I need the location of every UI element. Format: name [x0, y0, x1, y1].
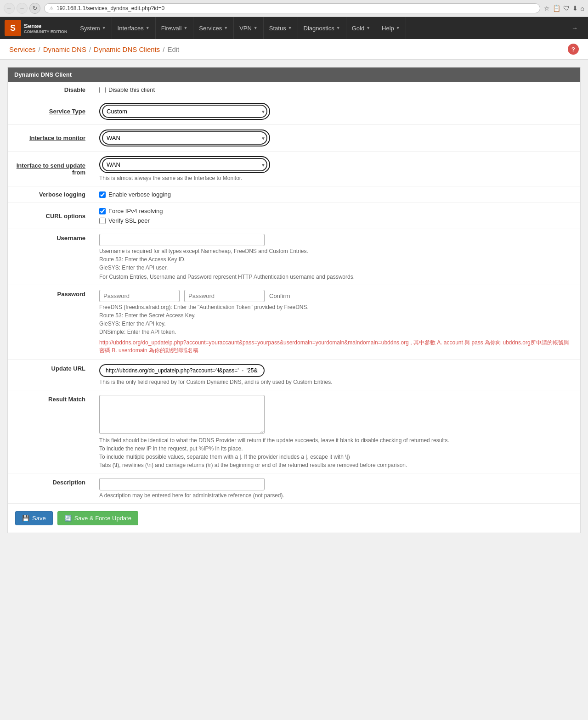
download-icon[interactable]: ⬇ — [572, 5, 578, 12]
username-label: Username — [8, 229, 93, 285]
nav-label-services: Services — [199, 25, 222, 32]
breadcrumb-sep1: / — [39, 45, 40, 53]
password-confirm-input[interactable] — [184, 290, 265, 302]
result-match-textarea[interactable] — [99, 395, 265, 434]
verbose-row: Verbose logging Enable verbose logging — [8, 186, 580, 203]
update-url-row: Update URL This is the only field requir… — [8, 359, 580, 390]
nav-arrow-diagnostics: ▼ — [336, 26, 340, 30]
nav-menu: System ▼ Interfaces ▼ Firewall ▼ Service… — [74, 17, 406, 39]
result-match-help1: This field should be identical to what t… — [99, 437, 574, 444]
curl-checkbox-label: Force IPv4 resolving — [108, 208, 163, 214]
password-red-help: http://ubddns.org/do_updateip.php?accoun… — [99, 339, 574, 354]
nav-item-vpn[interactable]: VPN ▼ — [234, 17, 264, 39]
nav-item-gold[interactable]: Gold ▼ — [346, 17, 376, 39]
password-fields: Confirm — [99, 290, 574, 302]
nav-item-firewall[interactable]: Firewall ▼ — [156, 17, 194, 39]
browser-icons: ☆ 📋 🛡 ⬇ ⌂ — [544, 5, 584, 12]
service-type-select[interactable]: Custom — [102, 105, 267, 118]
breadcrumb-dynamic-dns[interactable]: Dynamic DNS — [43, 45, 86, 53]
curl-checkbox[interactable] — [99, 208, 106, 214]
nav-item-diagnostics[interactable]: Diagnostics ▼ — [298, 17, 346, 39]
nav-arrow-status: ▼ — [288, 26, 292, 30]
password-help4: DNSimple: Enter the API token. — [99, 329, 574, 335]
form-table: Disable Disable this client Service Type… — [8, 82, 580, 504]
result-match-help3: To include multiple possible values, sep… — [99, 454, 574, 460]
nav-label-help: Help — [382, 25, 394, 32]
bookmark-icon[interactable]: 📋 — [553, 5, 560, 12]
ssl-checkbox-label: Verify SSL peer — [108, 217, 150, 224]
password-help3: GleSYS: Enter the API key. — [99, 321, 574, 327]
result-match-help2: To include the new IP in the request, pu… — [99, 445, 574, 452]
username-row: Username Username is required for all ty… — [8, 229, 580, 285]
nav-item-help[interactable]: Help ▼ — [376, 17, 406, 39]
home-icon[interactable]: ⌂ — [581, 5, 584, 12]
help-button[interactable]: ? — [568, 44, 579, 55]
save-force-icon: 🔄 — [64, 515, 72, 522]
interface-send-select[interactable]: WAN — [102, 158, 267, 171]
nav-arrow-vpn: ▼ — [254, 26, 258, 30]
breadcrumb-services[interactable]: Services — [9, 45, 36, 53]
nav-label-gold: Gold — [352, 25, 364, 32]
save-force-button[interactable]: 🔄 Save & Force Update — [57, 511, 138, 525]
password-help1: FreeDNS (freedns.afraid.org): Enter the … — [99, 304, 574, 310]
card-header: Dynamic DNS Client — [8, 68, 580, 82]
nav-label-vpn: VPN — [239, 25, 252, 32]
logo-icon: S — [5, 20, 21, 36]
service-type-wrapper: Custom — [99, 103, 270, 120]
brand-subtitle: COMMUNITY EDITION — [24, 29, 67, 34]
save-label: Save — [32, 515, 46, 522]
security-icon: ⚠ — [49, 6, 54, 11]
nav-arrow-gold: ▼ — [366, 26, 370, 30]
verbose-label: Verbose logging — [8, 186, 93, 203]
disable-checkbox[interactable] — [99, 87, 106, 93]
ssl-checkbox[interactable] — [99, 218, 106, 224]
interface-monitor-row: Interface to monitor WAN — [8, 125, 580, 152]
update-url-help: This is the only field required by for C… — [99, 379, 574, 385]
forward-button[interactable]: → — [17, 3, 28, 14]
update-url-label: Update URL — [8, 359, 93, 390]
verbose-check-row: Enable verbose logging — [99, 191, 574, 198]
reload-button[interactable]: ↻ — [29, 3, 40, 14]
interface-monitor-select[interactable]: WAN — [102, 131, 267, 145]
star-icon[interactable]: ☆ — [544, 5, 550, 12]
username-input[interactable] — [99, 234, 265, 246]
logout-button[interactable]: → — [566, 17, 583, 39]
verbose-checkbox[interactable] — [99, 191, 106, 198]
username-help3: GleSYS: Enter the API user. — [99, 264, 574, 271]
result-match-label: Result Match — [8, 390, 93, 473]
disable-check-row: Disable this client — [99, 86, 574, 93]
interface-monitor-wrapper: WAN — [99, 129, 270, 146]
top-navigation: S Sense COMMUNITY EDITION System ▼ Inter… — [0, 17, 588, 39]
ssl-check-row: Verify SSL peer — [99, 217, 574, 224]
save-button[interactable]: 💾 Save — [15, 511, 53, 525]
username-help2: Route 53: Enter the Access Key ID. — [99, 256, 574, 263]
username-help1: Username is required for all types excep… — [99, 248, 574, 254]
interface-send-label: Interface to send update from — [8, 152, 93, 186]
result-match-row: Result Match This field should be identi… — [8, 390, 580, 473]
update-url-input[interactable] — [99, 364, 265, 377]
nav-label-system: System — [80, 25, 100, 32]
nav-item-services[interactable]: Services ▼ — [193, 17, 234, 39]
nav-item-status[interactable]: Status ▼ — [264, 17, 298, 39]
description-input[interactable] — [99, 478, 265, 490]
password-label: Password — [8, 285, 93, 360]
nav-right: → — [566, 17, 583, 39]
breadcrumb-clients[interactable]: Dynamic DNS Clients — [94, 45, 160, 53]
verbose-checkbox-label: Enable verbose logging — [108, 191, 171, 198]
breadcrumb-sep3: / — [163, 45, 164, 53]
curl-row: CURL options Force IPv4 resolving Verify… — [8, 203, 580, 229]
interface-send-row: Interface to send update from WAN This i… — [8, 152, 580, 186]
shield-icon[interactable]: 🛡 — [563, 5, 570, 12]
button-row: 💾 Save 🔄 Save & Force Update — [8, 504, 580, 533]
brand-logo: S Sense COMMUNITY EDITION — [5, 20, 67, 36]
interface-send-wrapper: WAN — [99, 156, 270, 173]
save-icon: 💾 — [22, 515, 29, 522]
disable-label: Disable — [8, 82, 93, 98]
nav-item-system[interactable]: System ▼ — [74, 17, 112, 39]
url-text: 192.168.1.1/services_dyndns_edit.php?id=… — [57, 5, 535, 11]
nav-item-interfaces[interactable]: Interfaces ▼ — [112, 17, 156, 39]
address-bar[interactable]: ⚠ 192.168.1.1/services_dyndns_edit.php?i… — [44, 3, 540, 13]
back-button[interactable]: ← — [4, 3, 15, 14]
password-help2: Route 53: Enter the Secret Access Key. — [99, 312, 574, 319]
password-input[interactable] — [99, 290, 180, 302]
